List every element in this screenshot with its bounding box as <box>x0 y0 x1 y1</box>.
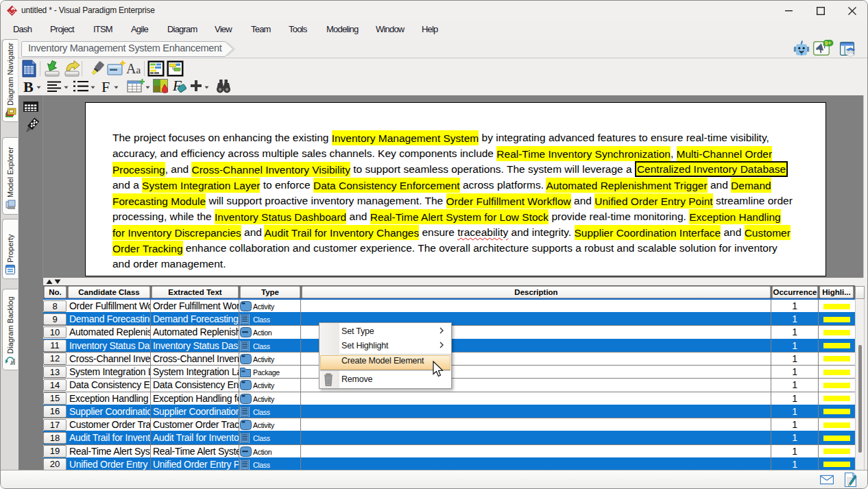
svg-text:9+: 9+ <box>825 40 832 47</box>
